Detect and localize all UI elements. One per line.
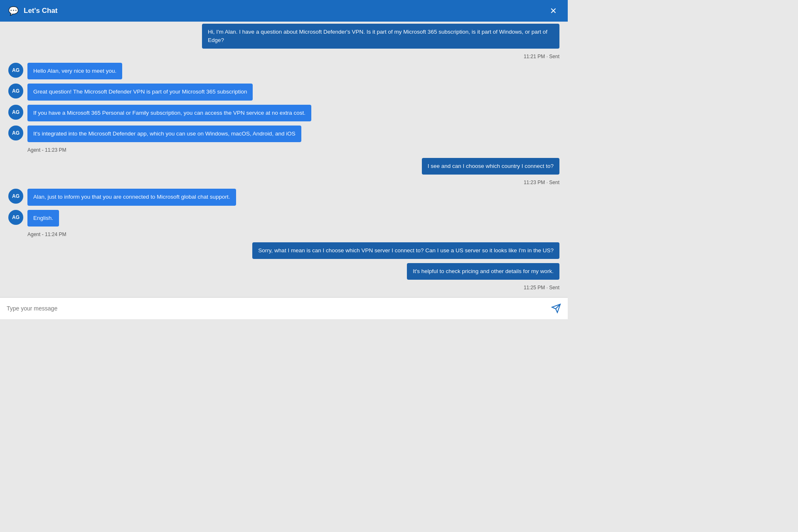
user-bubble: It's helpful to check pricing and other … (407, 263, 559, 280)
user-message-row: Hi, I'm Alan. I have a question about Mi… (8, 24, 559, 49)
agent-bubble: It's integrated into the Microsoft Defen… (27, 126, 301, 142)
agent-avatar: AG (8, 63, 23, 78)
agent-avatar: AG (8, 210, 23, 225)
agent-bubble: Great question! The Microsoft Defender V… (27, 84, 253, 100)
agent-timestamp: Agent - 11:23 PM (27, 147, 559, 153)
user-timestamp: 11:21 PM · Sent (8, 54, 559, 59)
agent-message-row: AGAlan, just to inform you that you are … (8, 189, 559, 205)
agent-bubble: If you have a Microsoft 365 Personal or … (27, 105, 311, 121)
user-timestamp: 11:23 PM · Sent (8, 180, 559, 185)
agent-avatar: AG (8, 84, 23, 99)
agent-avatar: AG (8, 126, 23, 140)
agent-timestamp: Agent - 11:24 PM (27, 232, 559, 237)
close-button[interactable]: ✕ (547, 6, 559, 16)
agent-bubble: Hello Alan, very nice to meet you. (27, 63, 122, 79)
message-input[interactable] (7, 305, 551, 312)
agent-message-row: AGGreat question! The Microsoft Defender… (8, 84, 559, 100)
agent-avatar: AG (8, 189, 23, 204)
user-bubble: Hi, I'm Alan. I have a question about Mi… (202, 24, 559, 49)
agent-message-row: AGHello Alan, very nice to meet you. (8, 63, 559, 79)
agent-message-row: AGIt's integrated into the Microsoft Def… (8, 126, 559, 142)
send-button[interactable] (551, 303, 561, 313)
header-left: 💬 Let's Chat (8, 6, 58, 16)
chat-header: 💬 Let's Chat ✕ (0, 0, 568, 22)
agent-bubble: English. (27, 210, 59, 227)
user-bubble: Sorry, what I mean is can I choose which… (252, 242, 559, 259)
chat-icon: 💬 (8, 6, 19, 16)
chat-title: Let's Chat (24, 7, 58, 15)
agent-message-row: AGEnglish. (8, 210, 559, 227)
agent-avatar: AG (8, 105, 23, 120)
agent-message-row: AGIf you have a Microsoft 365 Personal o… (8, 105, 559, 121)
chat-body: An agent will be with you in a moment. K… (0, 22, 568, 297)
user-message-row: I see and can I choose which country I c… (8, 158, 559, 175)
agent-bubble: Alan, just to inform you that you are co… (27, 189, 236, 205)
user-message-row: It's helpful to check pricing and other … (8, 263, 559, 280)
user-message-row: Sorry, what I mean is can I choose which… (8, 242, 559, 259)
user-bubble: I see and can I choose which country I c… (422, 158, 559, 175)
user-timestamp: 11:25 PM · Sent (8, 285, 559, 291)
chat-footer (0, 297, 568, 319)
